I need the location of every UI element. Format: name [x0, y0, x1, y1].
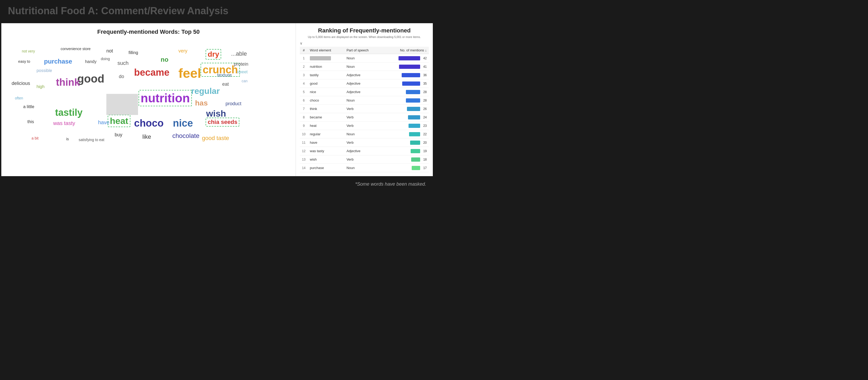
wordcloud-word: like — [143, 133, 151, 140]
wordcloud-word: sweet — [237, 70, 248, 74]
pos-cell: Verb — [344, 138, 382, 147]
mention-count: 22 — [422, 132, 427, 136]
wordcloud-word: can — [242, 79, 248, 83]
wordcloud-word: possible — [36, 68, 52, 73]
ranking-title: Ranking of Frequently-mentioned — [300, 27, 429, 34]
wordcloud-word: was tasty — [53, 120, 75, 126]
mentions-cell: 28 — [382, 96, 429, 105]
wordcloud-word: convenience store — [61, 47, 91, 51]
wordcloud-word: often — [15, 96, 23, 100]
mentions-cell: 22 — [382, 130, 429, 138]
pos-cell: Noun — [344, 130, 382, 138]
wordcloud-word: purchase — [44, 58, 72, 65]
word-cell: think — [308, 105, 344, 113]
pos-cell: Noun — [344, 54, 382, 63]
mention-count: 35 — [422, 82, 427, 85]
table-row: 5niceAdjective28 — [300, 88, 429, 96]
table-row: 12was tastyAdjective19 — [300, 147, 429, 155]
pos-cell: Verb — [344, 113, 382, 122]
wordcloud-word: a bit — [32, 136, 38, 140]
wordcloud-word: not — [106, 48, 113, 54]
word-cell: tastily — [308, 71, 344, 79]
wordcloud-word: became — [134, 67, 169, 78]
table-row: 11haveVerb20 — [300, 138, 429, 147]
rank-cell: 13 — [300, 155, 308, 164]
wordcloud-word: a little — [23, 104, 34, 109]
footer-bar: *Some words have been masked. — [0, 177, 434, 191]
wordcloud-word: has — [195, 99, 208, 107]
wordcloud-word: wish — [206, 108, 226, 119]
mention-count: 42 — [422, 57, 427, 60]
word-cell: nutrition — [308, 63, 344, 71]
table-row: 1Noun42 — [300, 54, 429, 63]
pos-cell: Verb — [344, 105, 382, 113]
wordcloud-word: eat — [222, 81, 229, 87]
masked-area — [106, 94, 138, 115]
rank-cell: 12 — [300, 147, 308, 155]
mentions-cell: 41 — [382, 63, 429, 71]
table-row: 6chocoNoun28 — [300, 96, 429, 105]
mention-count: 18 — [422, 158, 427, 161]
mention-count: 26 — [422, 107, 427, 111]
word-cell: was tasty — [308, 147, 344, 155]
title-bar: Nutritional Food A: Comment/Review Analy… — [0, 0, 434, 22]
main-content: Frequently-mentioned Words: Top 50 not v… — [1, 23, 433, 176]
wordcloud-word: tastily — [55, 107, 83, 118]
mention-count: 23 — [422, 124, 427, 128]
wordcloud-word: feel — [178, 66, 201, 81]
pos-cell: Noun — [344, 63, 382, 71]
rank-cell: 11 — [300, 138, 308, 147]
wordcloud-word: dry — [206, 49, 221, 60]
mentions-col-header: No. of mentions ↓ — [382, 47, 429, 54]
mentions-cell: 23 — [382, 122, 429, 130]
pos-cell: Noun — [344, 96, 382, 105]
mention-count: 41 — [422, 65, 427, 69]
wordcloud-word: no — [161, 56, 168, 63]
mentions-cell: 24 — [382, 113, 429, 122]
wordcloud-area: not veryconvenience storenotfillingveryd… — [7, 38, 290, 170]
word-cell: became — [308, 113, 344, 122]
rank-cell: 3 — [300, 71, 308, 79]
ranking-subtitle: Up to 5,000 items are displayed on the s… — [300, 35, 429, 38]
mentions-cell: 36 — [382, 71, 429, 79]
wordcloud-word: protein — [234, 62, 248, 67]
mentions-cell: 28 — [382, 88, 429, 96]
table-row: 10regularNoun22 — [300, 130, 429, 138]
pos-cell: Verb — [344, 155, 382, 164]
mention-count: 24 — [422, 115, 427, 119]
word-cell: heat — [308, 122, 344, 130]
page-title: Nutritional Food A: Comment/Review Analy… — [8, 5, 426, 16]
wordcloud-word: very — [178, 48, 187, 54]
word-col-header: Word element — [308, 47, 344, 54]
wordcloud-word: think — [56, 77, 80, 88]
word-cell: regular — [308, 130, 344, 138]
wordcloud-word: chia seeds — [206, 117, 240, 127]
rank-cell: 7 — [300, 105, 308, 113]
ranking-table: # Word element Part of speech No. of men… — [300, 47, 429, 172]
mention-count: 36 — [422, 73, 427, 77]
rank-cell: 4 — [300, 79, 308, 88]
wordcloud-word: satisfying to eat — [79, 138, 104, 142]
rank-cell: 2 — [300, 63, 308, 71]
wordcloud-word: such — [118, 60, 128, 66]
mentions-cell: 20 — [382, 138, 429, 147]
table-row: 8becameVerb24 — [300, 113, 429, 122]
word-cell: purchase — [308, 164, 344, 172]
word-cell — [308, 54, 344, 63]
wordcloud-word: regular — [191, 86, 220, 96]
wordcloud-word: doing — [101, 57, 110, 61]
masked-word — [310, 56, 331, 60]
table-row: 9heatVerb23 — [300, 122, 429, 130]
wordcloud-word: this — [27, 119, 34, 124]
mention-count: 28 — [422, 99, 427, 102]
word-cell: good — [308, 79, 344, 88]
pos-cell: Adjective — [344, 79, 382, 88]
rank-cell: 9 — [300, 122, 308, 130]
rank-cell: 8 — [300, 113, 308, 122]
wordcloud-word: good taste — [202, 135, 229, 142]
rank-col-header: # — [300, 47, 308, 54]
word-cell: nice — [308, 88, 344, 96]
rank-cell: 1 — [300, 54, 308, 63]
chevron-down-icon[interactable]: ∨ — [300, 41, 429, 45]
footer-note: *Some words have been masked. — [355, 181, 426, 187]
